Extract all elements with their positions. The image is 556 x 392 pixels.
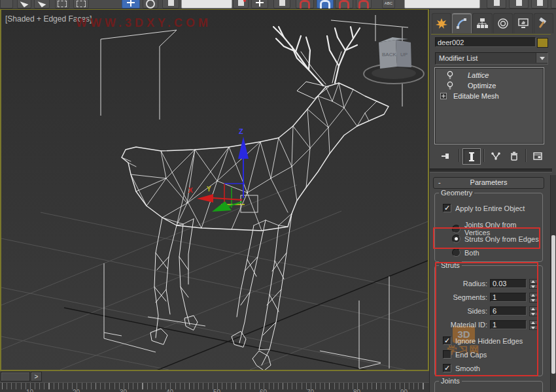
group-title: Joints bbox=[439, 377, 462, 385]
group-title: Geometry bbox=[439, 189, 474, 197]
segments-field[interactable] bbox=[490, 293, 527, 302]
ignore-hidden-edges-checkbox[interactable]: Ignore Hidden Edges bbox=[443, 336, 523, 345]
next-frame-button[interactable]: > bbox=[31, 372, 42, 382]
mirror-icon[interactable] bbox=[487, 0, 506, 8]
tab-utilities[interactable] bbox=[534, 13, 553, 33]
select-and-move-icon[interactable] bbox=[122, 0, 140, 8]
tab-modify[interactable] bbox=[452, 13, 472, 33]
layer-manager-icon[interactable] bbox=[531, 0, 548, 8]
apply-to-entire-object-checkbox[interactable]: Apply to Entire Object bbox=[443, 204, 525, 212]
object-name-field[interactable] bbox=[435, 37, 536, 47]
z-axis-arrow[interactable] bbox=[238, 137, 249, 159]
toolbar-left-partial-icon[interactable] bbox=[0, 0, 13, 8]
move-gizmo[interactable]: Z X Y bbox=[188, 127, 258, 212]
select-and-rotate-icon[interactable] bbox=[143, 0, 158, 8]
main-toolbar: ABC bbox=[0, 0, 556, 9]
select-object-icon[interactable] bbox=[17, 0, 31, 8]
toolbar-separator bbox=[459, 149, 459, 162]
chevron-down-icon[interactable] bbox=[536, 53, 547, 63]
configure-modifier-sets-button[interactable] bbox=[529, 148, 546, 163]
field-label: Radius: bbox=[435, 280, 490, 287]
radius-spinner[interactable] bbox=[529, 279, 538, 289]
pivot-dot-icon bbox=[243, 0, 246, 2]
percent-snap-toggle-icon[interactable] bbox=[335, 0, 353, 8]
spinner-snap-toggle-icon[interactable] bbox=[356, 0, 372, 8]
snap-toggle-icon[interactable] bbox=[296, 0, 314, 8]
make-unique-button[interactable] bbox=[487, 148, 504, 163]
plus-box-icon[interactable] bbox=[439, 93, 448, 99]
parameters-rollout-header[interactable]: - Parameters bbox=[433, 177, 544, 189]
toolbar-right-partial-icon[interactable] bbox=[551, 0, 556, 8]
crossing-selection-icon[interactable] bbox=[73, 0, 89, 8]
angle-snap-toggle-icon[interactable] bbox=[317, 0, 334, 8]
checkbox-label: Ignore Hidden Edges bbox=[455, 337, 523, 345]
tab-create[interactable] bbox=[432, 13, 451, 33]
cursor-icon bbox=[20, 0, 29, 7]
perspective-viewport[interactable]: [Shaded + Edged Faces] WWW.3DXY.COM BACK… bbox=[0, 8, 429, 371]
magnet-icon bbox=[300, 0, 310, 8]
x-axis-arrow[interactable] bbox=[197, 194, 213, 203]
command-panel: Modifier List Lattice Optimize Editable … bbox=[429, 8, 556, 392]
tick-label: 60 bbox=[260, 389, 267, 392]
select-and-scale-icon[interactable] bbox=[162, 0, 179, 8]
modifier-list-dropdown[interactable]: Modifier List bbox=[435, 52, 548, 65]
struts-only-from-edges-radio[interactable]: Struts Only from Edges bbox=[452, 235, 539, 243]
radio-label: Struts Only from Edges bbox=[464, 235, 539, 243]
object-color-swatch[interactable] bbox=[537, 38, 548, 48]
utilities-hammer-icon bbox=[538, 18, 549, 29]
named-selection-sets-dropdown[interactable] bbox=[404, 0, 480, 8]
select-by-name-icon[interactable] bbox=[34, 0, 50, 8]
end-caps-checkbox[interactable]: End Caps bbox=[443, 350, 487, 359]
stack-item-lattice[interactable]: Lattice bbox=[435, 70, 544, 80]
magnet-icon bbox=[358, 0, 369, 8]
tab-display[interactable] bbox=[513, 13, 533, 33]
sides-field[interactable] bbox=[490, 306, 527, 316]
tab-hierarchy[interactable] bbox=[472, 13, 492, 33]
reference-coordinate-system-dropdown[interactable] bbox=[181, 0, 232, 8]
time-slider-handle[interactable] bbox=[1, 372, 30, 382]
align-glyph-icon bbox=[516, 0, 522, 6]
joints-group: Joints bbox=[434, 381, 543, 392]
pin-stack-button[interactable] bbox=[438, 148, 455, 163]
remove-modifier-button[interactable] bbox=[506, 148, 523, 163]
smooth-checkbox[interactable]: Smooth bbox=[443, 364, 480, 372]
viewport-scene: BACK UP bbox=[1, 10, 428, 370]
material-id-field[interactable] bbox=[490, 320, 527, 329]
show-end-result-button[interactable] bbox=[462, 148, 481, 165]
tick-label: 10 bbox=[26, 389, 33, 392]
keyboard-icon bbox=[279, 0, 285, 6]
stack-item-optimize[interactable]: Optimize bbox=[435, 80, 544, 91]
align-icon[interactable] bbox=[509, 0, 529, 8]
segments-row: Segments: bbox=[435, 292, 538, 302]
lightbulb-icon bbox=[445, 71, 455, 80]
mirror-glyph-icon bbox=[494, 0, 500, 6]
deer-wireframe[interactable] bbox=[122, 27, 389, 370]
radius-field[interactable] bbox=[490, 279, 527, 288]
both-radio[interactable]: Both bbox=[452, 248, 479, 257]
y-axis-arrow[interactable] bbox=[212, 201, 232, 212]
z-axis-label: Z bbox=[239, 127, 243, 135]
rotate-circle-icon bbox=[146, 0, 155, 8]
tab-motion[interactable] bbox=[493, 13, 513, 33]
material-id-spinner[interactable] bbox=[529, 320, 538, 330]
keyboard-shortcut-override-icon[interactable] bbox=[273, 0, 290, 8]
checkbox-icon bbox=[443, 350, 451, 359]
select-and-manipulate-icon[interactable] bbox=[251, 0, 268, 8]
panel-scrollbar[interactable] bbox=[550, 175, 556, 392]
layers-glyph-icon bbox=[537, 0, 543, 6]
checkbox-label: Smooth bbox=[455, 365, 480, 372]
track-bar[interactable]: 10 20 30 40 50 60 70 80 90 100 bbox=[0, 382, 429, 392]
stack-item-editable-mesh[interactable]: Editable Mesh bbox=[435, 91, 544, 101]
use-pivot-point-center-icon[interactable] bbox=[233, 0, 249, 8]
ground-grid bbox=[1, 185, 428, 370]
backup-box-prop[interactable]: BACK UP bbox=[364, 37, 424, 84]
rectangular-selection-icon[interactable] bbox=[55, 0, 69, 8]
radio-icon bbox=[452, 225, 460, 233]
panel-section-divider bbox=[430, 169, 552, 172]
sides-row: Sides: bbox=[435, 306, 538, 316]
sides-spinner[interactable] bbox=[529, 306, 538, 316]
panel-scrollbar-thumb[interactable] bbox=[551, 235, 555, 374]
x-axis-label: X bbox=[188, 187, 193, 194]
named-selection-sets-icon[interactable]: ABC bbox=[382, 0, 395, 8]
segments-spinner[interactable] bbox=[529, 293, 538, 302]
